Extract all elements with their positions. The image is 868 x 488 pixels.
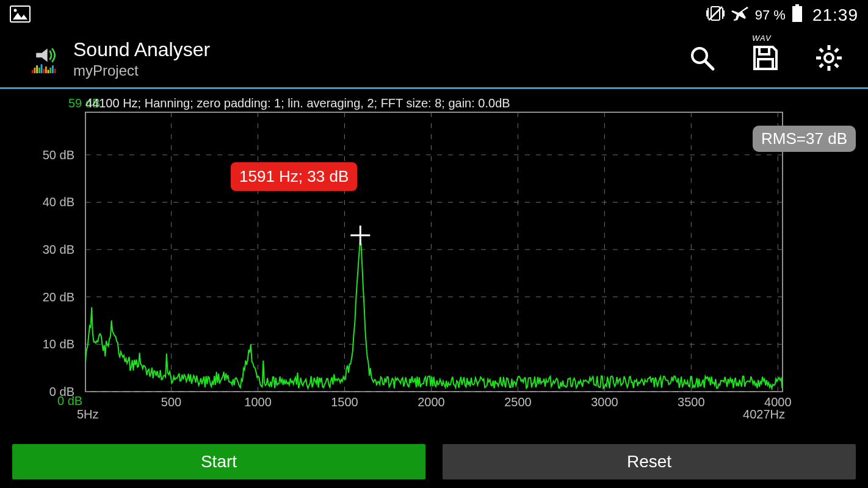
reset-button-label: Reset (627, 452, 671, 472)
svg-rect-17 (54, 68, 56, 73)
save-wav-button[interactable]: WAV (751, 45, 780, 74)
svg-text:4027Hz: 4027Hz (743, 407, 785, 421)
svg-rect-6 (792, 6, 802, 22)
app-title: Sound Analyser (73, 38, 687, 61)
svg-text:5Hz: 5Hz (77, 407, 99, 421)
spectrum-plot[interactable]: 50 dB40 dB30 dB20 dB10 dB0 dB50010001500… (0, 92, 868, 432)
svg-line-28 (835, 64, 838, 67)
search-button[interactable] (687, 45, 717, 74)
app-bar: Sound Analyser myProject WAV (0, 30, 868, 89)
svg-rect-9 (36, 65, 38, 73)
battery-icon (792, 4, 803, 26)
svg-text:1500: 1500 (331, 395, 358, 409)
svg-line-19 (705, 61, 713, 69)
svg-marker-1 (13, 13, 27, 20)
battery-percent: 97 % (755, 7, 786, 23)
wav-label: WAV (752, 34, 772, 43)
settings-button[interactable] (814, 45, 844, 74)
svg-rect-16 (52, 65, 54, 73)
svg-text:20 dB: 20 dB (43, 290, 74, 304)
start-button[interactable]: Start (12, 444, 425, 479)
svg-text:2000: 2000 (418, 395, 445, 409)
svg-text:4000: 4000 (764, 395, 792, 409)
svg-text:0 dB: 0 dB (57, 394, 82, 407)
svg-text:1000: 1000 (244, 395, 272, 409)
airplane-mode-icon (731, 5, 749, 26)
notification-picture-icon (10, 5, 31, 25)
app-subtitle: myProject (73, 62, 687, 79)
svg-rect-5 (795, 4, 799, 6)
svg-text:3500: 3500 (678, 395, 705, 409)
reset-button[interactable]: Reset (443, 444, 856, 479)
svg-rect-21 (758, 59, 773, 69)
svg-rect-15 (49, 67, 51, 73)
svg-text:3000: 3000 (591, 395, 618, 409)
svg-line-27 (820, 49, 823, 52)
svg-text:10 dB: 10 dB (43, 337, 74, 351)
svg-text:2500: 2500 (504, 395, 532, 409)
svg-line-30 (820, 64, 823, 67)
svg-rect-14 (48, 70, 49, 73)
start-button-label: Start (201, 452, 237, 472)
svg-text:30 dB: 30 dB (43, 243, 74, 256)
svg-line-29 (835, 49, 838, 52)
search-icon (689, 45, 715, 74)
gear-icon (815, 44, 843, 74)
button-row: Start Reset (12, 444, 856, 479)
app-icon (31, 45, 60, 74)
save-icon (752, 45, 779, 74)
svg-rect-11 (41, 64, 43, 73)
svg-rect-7 (32, 70, 34, 73)
rms-badge: RMS=37 dB (753, 126, 856, 152)
svg-point-22 (825, 54, 833, 62)
svg-text:500: 500 (161, 395, 181, 409)
svg-point-2 (14, 9, 17, 12)
svg-rect-10 (38, 67, 40, 73)
svg-rect-0 (10, 6, 30, 22)
svg-rect-12 (43, 68, 45, 73)
cursor-readout-badge: 1591 Hz; 33 dB (231, 162, 357, 191)
svg-rect-13 (45, 66, 47, 73)
vibrate-off-icon (706, 5, 725, 25)
status-clock: 21:39 (812, 5, 858, 25)
spectrum-chart[interactable]: 59 dB 44100 Hz; Hanning; zero padding: 1… (0, 92, 868, 432)
svg-text:50 dB: 50 dB (43, 148, 74, 162)
svg-rect-20 (759, 47, 769, 54)
status-bar: 97 % 21:39 (0, 0, 868, 30)
svg-rect-31 (85, 112, 783, 392)
svg-text:40 dB: 40 dB (43, 195, 74, 209)
svg-rect-8 (34, 67, 36, 73)
